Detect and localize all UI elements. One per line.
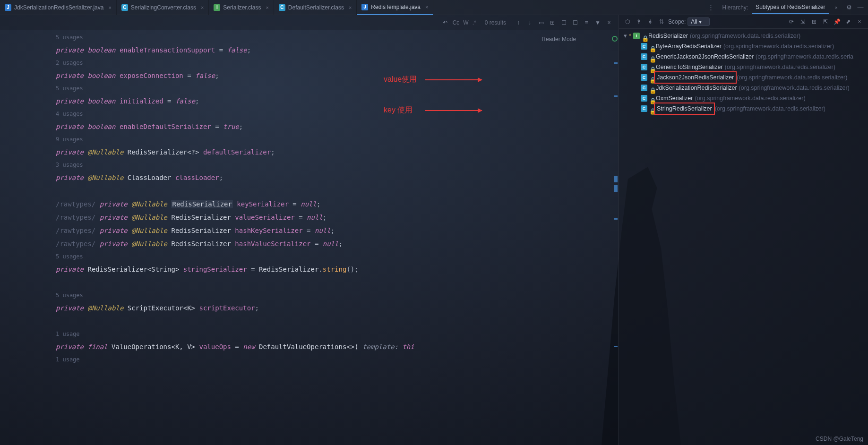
add-selection-icon[interactable]: ⊞ [549,19,556,26]
inspection-ok-icon [612,36,618,42]
tree-node[interactable]: C🔒 JdkSerializationRedisSerializer (org.… [622,83,865,93]
tree-node[interactable]: C🔒 ByteArrayRedisSerializer (org.springf… [622,41,865,51]
supertypes-icon[interactable]: ↟ [634,17,644,26]
annotation-key-label: key 使用 [384,105,413,115]
regex-toggle[interactable]: .* [473,19,476,26]
lock-icon: 🔒 [649,86,654,90]
class-icon: C [641,85,647,91]
tab-jdkserializer[interactable]: JJdkSerializationRedisSerializer.java× [0,0,117,15]
close-icon[interactable]: × [108,5,111,10]
close-icon[interactable]: × [425,4,428,10]
lock-icon: 🔒 [642,34,646,38]
lock-icon: 🔒 [649,75,654,80]
close-icon[interactable]: × [835,5,838,10]
refresh-icon[interactable]: ⟳ [787,17,796,26]
tree-root[interactable]: ▾ * I 🔒 RedisSerializer (org.springframe… [622,31,865,41]
class-icon: C [641,64,647,70]
close-icon[interactable]: × [855,17,864,26]
words-toggle[interactable]: W [463,19,468,26]
usage-hint: 5 usages [23,289,619,301]
code-area[interactable]: 5 usages private boolean enableTransacti… [23,30,619,445]
chevron-down-icon: ▾ [624,31,627,41]
line-gutter [0,30,23,445]
filter-icon[interactable]: ▼ [594,19,602,26]
tree-node[interactable]: C🔒 GenericToStringSerializer (org.spring… [622,62,865,72]
close-find-icon[interactable]: × [605,19,613,26]
open-new-icon[interactable]: ⬈ [843,17,853,26]
expand-icon[interactable]: ⊞ [809,17,819,26]
usage-hint: 1 usage [23,328,619,340]
reader-mode-badge[interactable]: Reader Mode [541,36,576,43]
tab-serializingconverter[interactable]: CSerializingConverter.class× [117,0,209,15]
annotation-arrow [425,110,482,111]
class-hierarchy-icon[interactable]: ⬡ [623,17,632,26]
next-match-icon[interactable]: ↓ [526,19,533,26]
error-stripe[interactable] [612,34,619,445]
java-file-icon: J [361,4,368,10]
more-tabs-icon[interactable]: ⋮ [707,4,714,11]
undo-icon[interactable]: ↶ [441,19,449,26]
lock-icon: 🔒 [649,54,654,59]
lock-icon: 🔒 [649,65,654,69]
class-icon: C [641,95,647,102]
results-count: 0 results [485,19,506,26]
toggle-icon[interactable]: ☐ [560,19,567,26]
minimize-icon[interactable]: — [857,4,864,11]
hierarchy-title[interactable]: Subtypes of RedisSerializer [752,1,829,14]
class-file-icon: C [121,4,128,11]
usage-hint: 5 usages [23,31,619,43]
close-icon[interactable]: × [201,5,204,10]
lock-icon: 🔒 [649,96,654,101]
usage-hint: 4 usages [23,108,619,120]
usage-hint: 2 usages [23,57,619,69]
subtypes-icon[interactable]: ↡ [645,17,655,26]
tree-node[interactable]: C🔒 GenericJackson2JsonRedisSerializer (o… [622,51,865,62]
watermark: CSDN @GaleTeng [816,436,863,442]
close-icon[interactable]: × [349,5,352,10]
usage-hint: 9 usages [23,133,619,145]
find-toolbar: ↶ Cc W .* 0 results ↑ ↓ ▭ ⊞ ☐ ☐ ≡ ▼ × [0,15,619,30]
tree-node[interactable]: C🔒 StringRedisSerializer (org.springfram… [622,103,865,114]
class-icon: C [641,43,647,50]
interface-file-icon: I [214,4,220,11]
annotation-arrow [425,79,482,80]
interface-icon: I [633,33,640,39]
class-icon: C [641,74,647,81]
class-icon: C [641,53,647,60]
tree-node[interactable]: C🔒 OxmSerializer (org.springframework.da… [622,93,865,103]
usage-hint: 3 usages [23,159,619,171]
lock-icon: 🔒 [649,106,654,111]
toggle2-icon[interactable]: ☐ [571,19,579,26]
hierarchy-toolbar: ⬡ ↟ ↡ ⇅ Scope: All ▾ ⟳ ⇲ ⊞ ⇱ 📌 ⬈ × [619,15,868,29]
tree-node[interactable]: C🔒 Jackson2JsonRedisSerializer (org.spri… [622,72,865,83]
java-file-icon: J [5,4,11,11]
hierarchy-tree: ▾ * I 🔒 RedisSerializer (org.springframe… [619,29,868,116]
modified-icon: * [629,31,631,41]
autoscroll-icon[interactable]: ⇲ [798,17,808,26]
sort-icon[interactable]: ⇅ [657,17,666,26]
class-file-icon: C [279,4,285,11]
scope-dropdown[interactable]: All ▾ [688,17,710,26]
editor-pane: ↶ Cc W .* 0 results ↑ ↓ ▭ ⊞ ☐ ☐ ≡ ▼ × Re… [0,15,619,445]
export-icon[interactable]: ⇱ [821,17,830,26]
close-icon[interactable]: × [266,5,268,10]
settings-icon[interactable]: ≡ [583,19,590,26]
class-icon: C [641,105,647,112]
pin-icon[interactable]: 📌 [832,17,842,26]
gear-icon[interactable]: ⚙ [845,4,853,11]
prev-match-icon[interactable]: ↑ [515,19,522,26]
lock-icon: 🔒 [649,44,654,49]
tab-redistemplate[interactable]: JRedisTemplate.java× [357,0,433,15]
match-case-toggle[interactable]: Cc [453,19,460,26]
tab-defaultserializer[interactable]: CDefaultSerializer.class× [274,0,357,15]
scope-label: Scope: [668,18,686,25]
select-all-icon[interactable]: ▭ [537,19,545,26]
tab-serializer[interactable]: ISerializer.class× [209,0,274,15]
usage-hint: 1 usage [23,353,619,366]
editor-tabbar: JJdkSerializationRedisSerializer.java× C… [0,0,868,15]
usage-hint: 5 usages [23,82,619,94]
usage-hint: 5 usages [23,250,619,263]
annotation-value-label: value使用 [384,75,417,85]
hierarchy-prefix: Hierarchy: [722,4,748,11]
hierarchy-pane: ⬡ ↟ ↡ ⇅ Scope: All ▾ ⟳ ⇲ ⊞ ⇱ 📌 ⬈ × ▾ * I [619,15,868,445]
